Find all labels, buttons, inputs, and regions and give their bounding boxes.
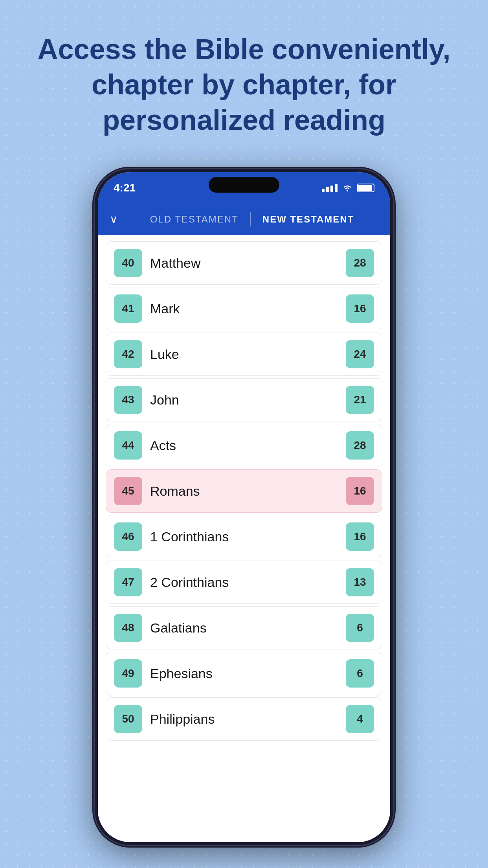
book-chapters: 28 xyxy=(346,431,374,460)
book-chapters: 28 xyxy=(346,249,374,277)
book-name: 1 Corinthians xyxy=(150,529,338,544)
book-chapters: 24 xyxy=(346,340,374,368)
book-chapters: 13 xyxy=(346,568,374,596)
book-name: Philippians xyxy=(150,712,338,727)
book-chapters: 21 xyxy=(346,386,374,414)
book-number: 45 xyxy=(114,477,142,505)
book-chapters: 16 xyxy=(346,477,374,505)
book-list-item[interactable]: 41 Mark 16 xyxy=(106,287,382,330)
book-name: 2 Corinthians xyxy=(150,575,338,590)
book-chapters: 6 xyxy=(346,614,374,642)
book-list-item[interactable]: 48 Galatians 6 xyxy=(106,606,382,649)
book-name: Matthew xyxy=(150,256,338,271)
book-list: 40 Matthew 28 41 Mark 16 42 Luke 24 43 J… xyxy=(98,235,390,842)
status-bar: 4:21 xyxy=(98,172,390,204)
book-list-item[interactable]: 44 Acts 28 xyxy=(106,424,382,467)
book-number: 42 xyxy=(114,340,142,368)
book-list-item[interactable]: 43 John 21 xyxy=(106,378,382,421)
book-number: 47 xyxy=(114,568,142,596)
svg-point-0 xyxy=(347,190,348,191)
phone-screen: 4:21 ∨ xyxy=(98,172,390,842)
book-name: Ephesians xyxy=(150,666,338,681)
tab-new-testament[interactable]: NEW TESTAMENT xyxy=(251,214,366,225)
book-list-item[interactable]: 42 Luke 24 xyxy=(106,333,382,376)
book-list-item[interactable]: 50 Philippians 4 xyxy=(106,697,382,741)
book-list-item[interactable]: 46 1 Corinthians 16 xyxy=(106,515,382,558)
book-number: 50 xyxy=(114,705,142,733)
wifi-icon xyxy=(342,184,352,192)
book-name: Acts xyxy=(150,438,338,453)
book-name: John xyxy=(150,392,338,408)
book-chapters: 4 xyxy=(346,705,374,733)
headline: Access the Bible conveniently,chapter by… xyxy=(24,31,464,138)
tab-old-testament[interactable]: OLD TESTAMENT xyxy=(138,214,250,225)
book-name: Mark xyxy=(150,301,338,316)
testament-tabs: OLD TESTAMENT NEW TESTAMENT xyxy=(126,212,378,226)
dynamic-island xyxy=(209,177,279,193)
signal-icon xyxy=(322,184,338,192)
back-chevron-icon[interactable]: ∨ xyxy=(110,213,118,226)
nav-bar: ∨ OLD TESTAMENT NEW TESTAMENT xyxy=(98,204,390,235)
book-name: Romans xyxy=(150,484,338,499)
book-chapters: 16 xyxy=(346,522,374,551)
book-list-item[interactable]: 45 Romans 16 xyxy=(106,469,382,513)
book-number: 48 xyxy=(114,614,142,642)
book-number: 43 xyxy=(114,386,142,414)
status-icons xyxy=(322,184,374,192)
book-chapters: 6 xyxy=(346,659,374,688)
book-number: 49 xyxy=(114,659,142,688)
book-name: Luke xyxy=(150,347,338,362)
status-time: 4:21 xyxy=(114,182,136,194)
book-number: 40 xyxy=(114,249,142,277)
battery-icon xyxy=(357,184,374,192)
book-number: 46 xyxy=(114,522,142,551)
book-list-item[interactable]: 47 2 Corinthians 13 xyxy=(106,561,382,604)
book-name: Galatians xyxy=(150,620,338,636)
page-header: Access the Bible conveniently,chapter by… xyxy=(0,31,488,138)
book-chapters: 16 xyxy=(346,294,374,323)
book-number: 41 xyxy=(114,294,142,323)
book-list-item[interactable]: 49 Ephesians 6 xyxy=(106,652,382,695)
book-list-item[interactable]: 40 Matthew 28 xyxy=(106,241,382,285)
phone-frame: 4:21 ∨ xyxy=(95,169,393,845)
book-number: 44 xyxy=(114,431,142,460)
